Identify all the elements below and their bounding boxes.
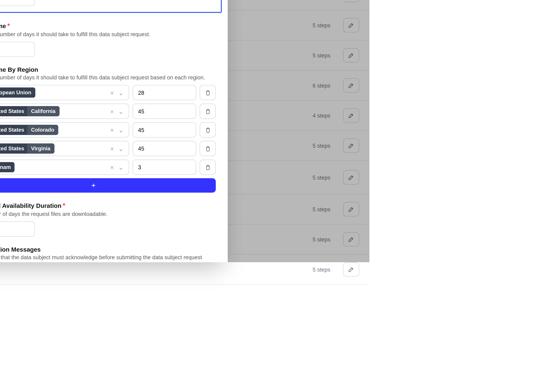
- add-region-button[interactable]: [0, 178, 216, 193]
- region-days-input-wrapper[interactable]: [132, 122, 196, 138]
- region-pill: United States Virginia: [0, 144, 54, 154]
- region-pill: United States California: [0, 106, 59, 116]
- subregion-pill: California: [27, 106, 59, 116]
- subregion-pill: Colorado: [27, 125, 58, 135]
- clear-icon[interactable]: ×: [110, 126, 114, 133]
- chevron-down-icon: ⌄: [118, 163, 123, 171]
- expiry-input-wrapper[interactable]: [0, 42, 35, 57]
- waiting-input[interactable]: [0, 0, 29, 2]
- confirm-label: Confirmation Messages: [0, 246, 216, 253]
- download-avail-input-wrapper[interactable]: [0, 222, 35, 237]
- expiry-region-label: Expiry Time By Region: [0, 66, 216, 73]
- clear-icon[interactable]: ×: [110, 89, 114, 96]
- region-pill: European Union: [0, 88, 35, 98]
- region-select[interactable]: United States Virginia × ⌄: [0, 141, 129, 156]
- region-days-input-wrapper[interactable]: [132, 104, 196, 119]
- subregion-pill: Virginia: [27, 144, 54, 154]
- download-avail-help: The number of days the request files are…: [0, 211, 216, 217]
- region-days-input-wrapper[interactable]: [132, 141, 196, 156]
- settings-modal: Not Found Report Choose the default temp…: [0, 0, 228, 262]
- expiry-help: Maximum number of days it should take to…: [0, 31, 216, 37]
- region-days-input-wrapper[interactable]: [132, 160, 196, 175]
- region-row: Vietnam × ⌄: [0, 160, 216, 175]
- region-days-input[interactable]: [138, 164, 191, 170]
- chevron-down-icon: ⌄: [118, 145, 123, 153]
- expiry-input[interactable]: [0, 46, 29, 53]
- region-days-input[interactable]: [138, 127, 191, 133]
- plus-icon: [90, 182, 96, 188]
- chevron-down-icon: ⌄: [118, 126, 123, 134]
- region-row: European Union × ⌄: [0, 85, 216, 100]
- region-select[interactable]: United States California × ⌄: [0, 104, 129, 119]
- clear-icon[interactable]: ×: [110, 108, 114, 115]
- chevron-down-icon: ⌄: [118, 89, 123, 97]
- region-pill: United States Colorado: [0, 125, 58, 135]
- clear-icon[interactable]: ×: [110, 164, 114, 171]
- confirm-help: Statements that the data subject must ac…: [0, 254, 216, 260]
- region-select[interactable]: European Union × ⌄: [0, 85, 129, 100]
- region-days-input[interactable]: [138, 145, 191, 152]
- download-avail-input[interactable]: [0, 226, 29, 232]
- clear-icon[interactable]: ×: [110, 145, 114, 152]
- region-days-input[interactable]: [138, 108, 191, 114]
- delete-region-button[interactable]: [200, 141, 216, 156]
- region-days-input[interactable]: [138, 89, 191, 96]
- delete-region-button[interactable]: [200, 160, 216, 175]
- action-steps: 5 steps: [312, 266, 330, 273]
- region-select[interactable]: United States Colorado × ⌄: [0, 122, 129, 138]
- delete-region-button[interactable]: [200, 122, 216, 138]
- chevron-down-icon: ⌄: [118, 107, 123, 115]
- expiry-region-help: Maximum number of days it should take to…: [0, 74, 216, 81]
- delete-region-button[interactable]: [200, 104, 216, 119]
- delete-region-button[interactable]: [200, 85, 216, 100]
- expiry-label: Expiry Time: [0, 23, 6, 29]
- region-row: United States California × ⌄: [0, 104, 216, 119]
- edit-action-button[interactable]: [343, 262, 359, 277]
- region-days-input-wrapper[interactable]: [132, 85, 196, 100]
- region-row: United States Colorado × ⌄: [0, 122, 216, 138]
- action-desc: Opt back into automated decisi: [0, 270, 305, 277]
- region-row: United States Virginia × ⌄: [0, 141, 216, 156]
- region-select[interactable]: Vietnam × ⌄: [0, 160, 129, 175]
- waiting-input-wrapper[interactable]: [0, 0, 35, 6]
- region-pill: Vietnam: [0, 162, 15, 172]
- download-avail-label: Download Availability Duration: [0, 202, 61, 209]
